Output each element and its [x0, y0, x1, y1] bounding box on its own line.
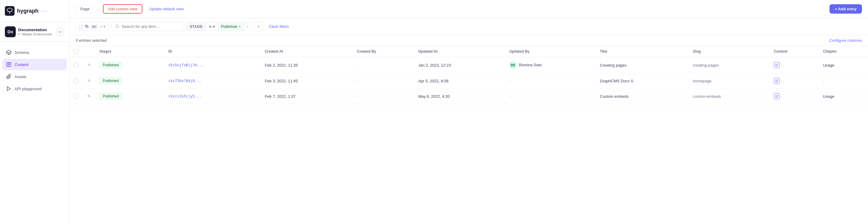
content-edit-icon[interactable]: [774, 93, 780, 99]
row-id-cell: ckzcx3shcjy5...: [164, 89, 261, 104]
stage-filter: STAGE is ▾ Published ▾ ×: [186, 23, 251, 31]
operator-chevron: ▾: [213, 25, 215, 29]
edit-header: [83, 46, 95, 57]
row-updated-by-cell: RS Romina Soto: [505, 57, 596, 73]
row-title-cell: Creating pages: [595, 57, 689, 73]
updated-by-name: Romina Soto: [519, 63, 541, 67]
sidebar-item-schema[interactable]: Schema: [2, 47, 67, 58]
workspace-section: Do Documentation ↩ Master Environment »: [0, 22, 69, 42]
row-chapter-cell: Usage: [818, 57, 868, 73]
lang-chevron-icon[interactable]: ▾: [103, 24, 105, 29]
row-stage-cell: Published: [95, 57, 164, 73]
configure-columns-button[interactable]: Configure columns: [829, 38, 862, 43]
updated-at-header: Updated At: [414, 46, 505, 57]
language-selector[interactable]: ⬚ en × ▾: [76, 23, 109, 31]
translate-icon: ⬚: [79, 24, 83, 29]
table-header-row: Stages ID Created At Created By Updated …: [70, 46, 868, 57]
lang-close-icon[interactable]: ×: [100, 24, 102, 29]
logo-text: hygraph: [17, 8, 38, 14]
updated-by-header: Updated By: [505, 46, 596, 57]
row-checkbox[interactable]: [74, 78, 79, 83]
table-row: ✎ Published ckz73bx744j8... Feb 3, 2022,…: [70, 73, 868, 89]
search-icon: [115, 24, 119, 29]
row-title-cell: Custom embeds: [595, 89, 689, 104]
table-area: 0 entries selected Configure columns Sta…: [70, 35, 868, 224]
add-entry-button[interactable]: + Add entry: [830, 4, 862, 13]
created-by-dash: -: [357, 63, 358, 68]
logo-icon: [5, 6, 14, 16]
clear-filters-button[interactable]: Clear filters: [265, 23, 292, 31]
chapter-header: Chapter: [818, 46, 868, 57]
row-slug-cell: homepage: [689, 73, 770, 89]
paperclip-icon: [6, 74, 11, 79]
slug-header: Slug: [689, 46, 770, 57]
logo-menu-dots[interactable]: ···: [41, 8, 47, 14]
edit-row-icon[interactable]: ✎: [87, 78, 91, 83]
workspace-env: ↩ Master Environment: [18, 32, 54, 36]
stage-badge: Published: [99, 62, 122, 68]
row-select-cell: [70, 73, 83, 89]
stages-header: Stages: [95, 46, 164, 57]
chapter-dash: -: [823, 79, 824, 83]
stage-badge: Published: [99, 93, 122, 100]
row-updated-by-cell: -: [505, 73, 596, 89]
assets-label: Assets: [14, 74, 26, 79]
edit-row-icon[interactable]: ✎: [87, 94, 91, 99]
content-label: Content: [14, 62, 29, 67]
play-icon: [6, 86, 11, 91]
created-by-dash: -: [357, 79, 358, 83]
table-row: ✎ Published ckzcx3shcjy5... Feb 7, 2022,…: [70, 89, 868, 104]
layers-icon: [6, 50, 11, 55]
sidebar-item-api-playground[interactable]: API playground: [2, 83, 67, 95]
row-edit-cell: ✎: [83, 73, 95, 89]
content-edit-icon[interactable]: [774, 62, 780, 68]
search-box[interactable]: [111, 22, 184, 31]
row-edit-cell: ✎: [83, 89, 95, 104]
row-created-at-cell: Feb 2, 2022, 11:35: [261, 57, 353, 73]
row-created-at-cell: Feb 3, 2022, 11:45: [261, 73, 353, 89]
row-slug-cell: creating-pages: [689, 57, 770, 73]
select-all-header: [70, 46, 83, 57]
row-content-cell: [770, 89, 818, 104]
page-button[interactable]: Page: [76, 5, 94, 13]
sidebar-item-content[interactable]: Content: [2, 59, 67, 70]
lang-tag: en: [90, 24, 98, 29]
table-header-bar: 0 entries selected Configure columns: [70, 35, 868, 46]
row-updated-at-cell: May 6, 2022, 4:30: [414, 89, 505, 104]
row-checkbox[interactable]: [74, 94, 79, 99]
add-custom-view-button[interactable]: Add custom view: [103, 4, 143, 13]
topbar-dots[interactable]: ···: [96, 6, 100, 12]
row-checkbox[interactable]: [74, 63, 79, 68]
update-default-view-button[interactable]: Update default view: [145, 5, 188, 13]
stage-filter-value[interactable]: Published ▾: [218, 23, 244, 30]
row-updated-at-cell: Apr 5, 2022, 8:08: [414, 73, 505, 89]
edit-icon: [6, 62, 11, 67]
filter-remove-button[interactable]: ×: [244, 23, 251, 31]
edit-row-icon[interactable]: ✎: [87, 63, 91, 68]
id-header: ID: [164, 46, 261, 57]
add-filter-button[interactable]: +: [254, 22, 263, 31]
row-title-cell: GraphCMS Docs S: [595, 73, 689, 89]
entries-selected-label: 0 entries selected: [76, 38, 107, 43]
topbar: Page ··· Add custom view Update default …: [70, 0, 868, 18]
main-content: Page ··· Add custom view Update default …: [70, 0, 868, 224]
workspace-env-label: Master Environment: [22, 32, 52, 36]
row-updated-at-cell: Jan 2, 2023, 12:23: [414, 57, 505, 73]
row-slug-cell: custom-embeds: [689, 89, 770, 104]
workspace-info: Documentation ↩ Master Environment: [18, 28, 54, 36]
created-by-dash: -: [357, 94, 358, 99]
updated-by-dash: -: [509, 79, 511, 83]
filterbar: ⬚ en × ▾ STAGE is ▾: [70, 18, 868, 35]
stage-filter-label: STAGE: [187, 23, 206, 31]
sidebar-item-assets[interactable]: Assets: [2, 71, 67, 82]
content-edit-icon[interactable]: [774, 78, 780, 84]
svg-marker-7: [7, 86, 10, 91]
filter-value-text: Published: [221, 25, 237, 29]
row-content-cell: [770, 73, 818, 89]
select-all-checkbox[interactable]: [74, 49, 79, 54]
title-header: Title: [595, 46, 689, 57]
sidebar-expand-button[interactable]: »: [56, 28, 65, 36]
search-input[interactable]: [122, 24, 176, 29]
row-select-cell: [70, 57, 83, 73]
stage-filter-operator[interactable]: is ▾: [206, 23, 218, 31]
